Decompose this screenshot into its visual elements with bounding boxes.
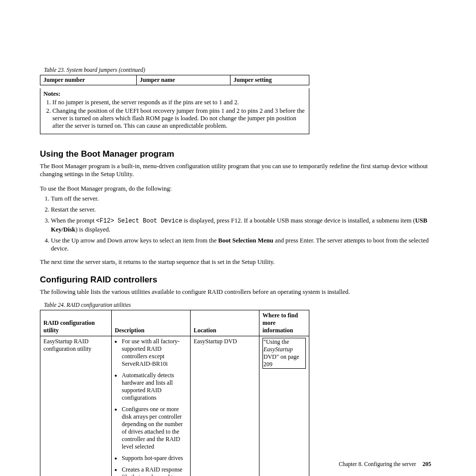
boot-p1: The Boot Manager program is a built-in, … <box>40 162 431 179</box>
desc-item: Configures one or more disk arrays per c… <box>122 406 187 451</box>
desc-item: Supports hot-spare drives <box>122 455 187 462</box>
table24: RAID configuration utility Description L… <box>40 310 309 476</box>
boot-heading: Using the Boot Manager program <box>40 149 431 159</box>
table24-h3: Location <box>191 310 259 336</box>
boot-p2: To use the Boot Manager program, do the … <box>40 185 431 193</box>
table23-notes: Notes: If no jumper is present, the serv… <box>40 88 309 134</box>
cell-location: EasyStartup DVD <box>191 336 259 476</box>
table-row: EasyStartup RAID configuration utility F… <box>40 336 309 476</box>
table24-h1: RAID configuration utility <box>40 310 112 336</box>
table24-caption: Table 24. RAID configuration utilities <box>44 302 431 308</box>
table24-h4: Where to find more information <box>259 310 309 336</box>
desc-item: For use with all factory-supported RAID … <box>122 338 187 368</box>
cross-ref-link[interactable]: "Using the EasyStartup DVD" on page 209 <box>262 338 306 369</box>
table23-h3: Jumper setting <box>231 75 309 85</box>
step-1: Turn off the server. <box>51 195 431 203</box>
table24-h2: Description <box>112 310 191 336</box>
boot-steps: Turn off the server. Restart the server.… <box>40 195 431 253</box>
page-footer: Chapter 8. Configuring the server 205 <box>339 461 431 467</box>
desc-item: Automatically detects hardware and lists… <box>122 372 187 402</box>
desc-item: Creates a RAID response file that can be… <box>122 466 187 476</box>
step-4: Use the Up arrow and Down arrow keys to … <box>51 237 431 253</box>
note-2: Changing the position of the UEFI boot r… <box>52 107 306 130</box>
step-3: When the prompt <F12> Select Boot Device… <box>51 217 431 234</box>
table23: Jumper number Jumper name Jumper setting <box>40 75 309 85</box>
raid-heading: Configuring RAID controllers <box>40 275 431 285</box>
notes-title: Notes: <box>43 90 306 98</box>
cell-moreinfo: "Using the EasyStartup DVD" on page 209 <box>259 336 309 476</box>
footer-chapter: Chapter 8. Configuring the server <box>339 461 416 467</box>
footer-page: 205 <box>423 461 431 467</box>
cell-utility: EasyStartup RAID configuration utility <box>40 336 112 476</box>
step-2: Restart the server. <box>51 206 431 214</box>
table23-h1: Jumper number <box>40 75 137 85</box>
boot-p3: The next time the server starts, it retu… <box>40 258 431 266</box>
cell-description: For use with all factory-supported RAID … <box>112 336 191 476</box>
raid-p1: The following table lists the various ut… <box>40 288 431 296</box>
note-1: If no jumper is present, the server resp… <box>52 99 306 106</box>
table23-caption: Table 23. System board jumpers (continue… <box>44 67 431 73</box>
page: Table 23. System board jumpers (continue… <box>0 0 476 476</box>
table23-h2: Jumper name <box>137 75 231 85</box>
